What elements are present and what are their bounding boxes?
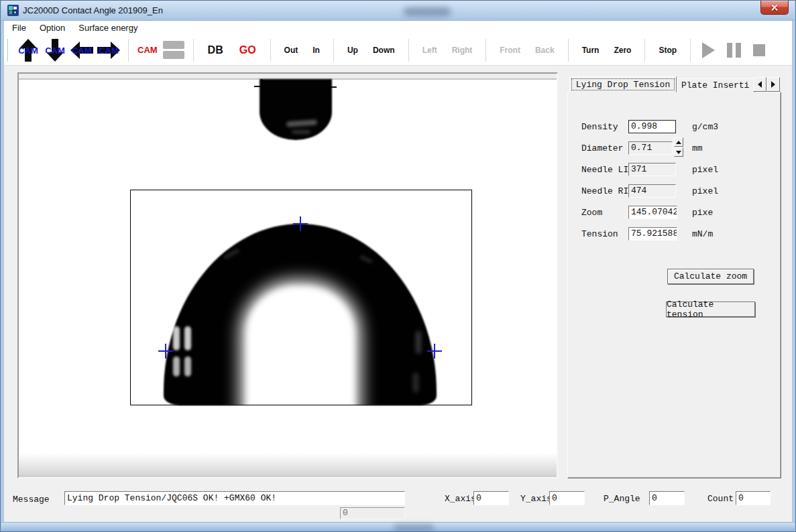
needle-highlight [292, 130, 310, 134]
count-label: Count [707, 494, 734, 504]
y-axis-label: Y_axis [520, 494, 552, 504]
cam-settings-button[interactable]: CAM [137, 41, 184, 59]
toolbar-separator [128, 39, 129, 62]
tab-plate-insertion[interactable]: Plate Inserti [677, 78, 755, 92]
up-button[interactable]: Up [340, 46, 365, 55]
left-button[interactable]: Left [415, 46, 445, 55]
needle [260, 79, 332, 140]
needle-ri-label: Needle RI [581, 186, 628, 196]
left-triangle-icon [758, 81, 762, 88]
right-button[interactable]: Right [445, 46, 480, 55]
tab-scroll-right-button[interactable] [766, 77, 780, 92]
stop-button[interactable]: Stop [651, 46, 684, 55]
cam-label: CAM [72, 45, 92, 55]
toolbar: CAM CAM CAM CAM CAM DB GO Out In Up Down [4, 35, 792, 66]
tension-label: Tension [581, 229, 618, 239]
diameter-input[interactable]: 0.71 [628, 141, 673, 155]
zoom-input[interactable]: 145.070422 [628, 206, 677, 219]
needle-li-label: Needle LI [581, 165, 628, 175]
needle-li-unit: pixel [692, 165, 718, 175]
needle-li-input[interactable]: 371 [628, 163, 676, 176]
menu-option[interactable]: Option [33, 21, 72, 35]
down-button[interactable]: Down [365, 46, 402, 55]
tension-unit: mN/m [692, 229, 713, 239]
right-triangle-icon [771, 81, 775, 88]
apex-crosshair [293, 216, 308, 231]
stage-floor [19, 453, 557, 477]
needle-ri-unit: pixel [692, 186, 718, 196]
tab-lying-drop-tension[interactable]: Lying Drop Tension [569, 76, 677, 92]
calculate-tension-button[interactable]: Calculate tension [666, 302, 755, 317]
cam-label: CAM [45, 45, 65, 55]
stop-square-icon[interactable] [753, 44, 765, 56]
x-axis-box[interactable]: 0 [473, 491, 509, 505]
cam-down-button[interactable]: CAM [43, 38, 67, 63]
camera-lens-icon [163, 41, 184, 59]
density-input[interactable]: 0.998 [628, 120, 676, 133]
window-title: JC2000D Contact Angle 201909_En [23, 5, 163, 15]
front-button[interactable]: Front [492, 46, 528, 55]
go-button[interactable]: GO [231, 44, 264, 56]
up-arrow-icon [676, 141, 681, 144]
diameter-label: Diameter [581, 143, 623, 153]
p-angle-box[interactable]: 0 [649, 491, 685, 505]
message-label: Message [13, 494, 50, 505]
out-button[interactable]: Out [277, 46, 306, 55]
toolbar-gripper [6, 39, 8, 62]
tab-scroll-buttons [753, 77, 780, 92]
window-bottom-border [1, 522, 795, 531]
titlebar: JC2000D Contact Angle 201909_En [1, 1, 795, 21]
toolbar-separator [333, 39, 334, 62]
play-icon[interactable] [702, 42, 715, 58]
spinner-up-button[interactable] [674, 137, 683, 147]
cam-up-button[interactable]: CAM [16, 38, 40, 63]
tension-input[interactable]: 75.9215889 [628, 227, 677, 241]
toolbar-separator [690, 39, 691, 62]
p-angle-label: P_Angle [604, 494, 640, 504]
app-icon [7, 5, 19, 16]
density-label: Density [581, 122, 618, 132]
x-axis-label: X_axis [445, 494, 476, 504]
back-button[interactable]: Back [528, 46, 562, 55]
menubar: File Option Surface energy [4, 21, 792, 35]
calculate-zoom-button[interactable]: Calculate zoom [667, 269, 754, 284]
close-icon [771, 4, 779, 11]
toolbar-separator [568, 39, 569, 62]
toolbar-separator [644, 39, 645, 62]
cam-right-button[interactable]: CAM [97, 38, 121, 63]
turn-button[interactable]: Turn [575, 46, 607, 55]
diameter-spinner[interactable] [674, 137, 683, 157]
cam-label: CAM [18, 45, 38, 55]
db-button[interactable]: DB [200, 44, 231, 56]
right-edge-crosshair [427, 344, 442, 358]
toolbar-separator [270, 39, 271, 62]
zero-button[interactable]: Zero [606, 46, 638, 55]
toolbar-separator [408, 39, 409, 62]
zoom-unit: pixe [692, 208, 713, 218]
toolbar-separator [486, 39, 486, 62]
camera-view[interactable] [17, 72, 558, 478]
down-arrow-icon [676, 151, 681, 154]
y-axis-box[interactable]: 0 [549, 491, 585, 505]
titlebar-smudge [404, 7, 451, 16]
in-button[interactable]: In [305, 46, 327, 55]
measurement-panel: Density 0.998 g/cm3 Diameter 0.71 mm Nee… [567, 92, 781, 478]
menu-file[interactable]: File [4, 21, 33, 35]
zoom-label: Zoom [581, 208, 602, 218]
left-edge-crosshair [158, 344, 173, 358]
spinner-down-button[interactable] [674, 147, 683, 157]
menu-surface-energy[interactable]: Surface energy [72, 21, 144, 35]
tab-scroll-left-button[interactable] [753, 77, 766, 92]
app-window: JC2000D Contact Angle 201909_En File Opt… [0, 0, 796, 532]
density-unit: g/cm3 [692, 122, 718, 132]
needle-ri-input[interactable]: 474 [628, 184, 676, 198]
client-area: Density 0.998 g/cm3 Diameter 0.71 mm Nee… [4, 66, 792, 523]
message-box[interactable]: Lying Drop Tension/JQC06S OK! +GMX60 OK! [64, 491, 405, 505]
pause-icon[interactable] [727, 43, 741, 58]
cam-label: CAM [137, 45, 158, 55]
message-sub-value: 0 [340, 507, 405, 519]
diameter-unit: mm [692, 143, 703, 153]
count-box[interactable]: 0 [736, 491, 771, 505]
cam-left-button[interactable]: CAM [70, 38, 94, 63]
close-button[interactable] [760, 1, 789, 15]
